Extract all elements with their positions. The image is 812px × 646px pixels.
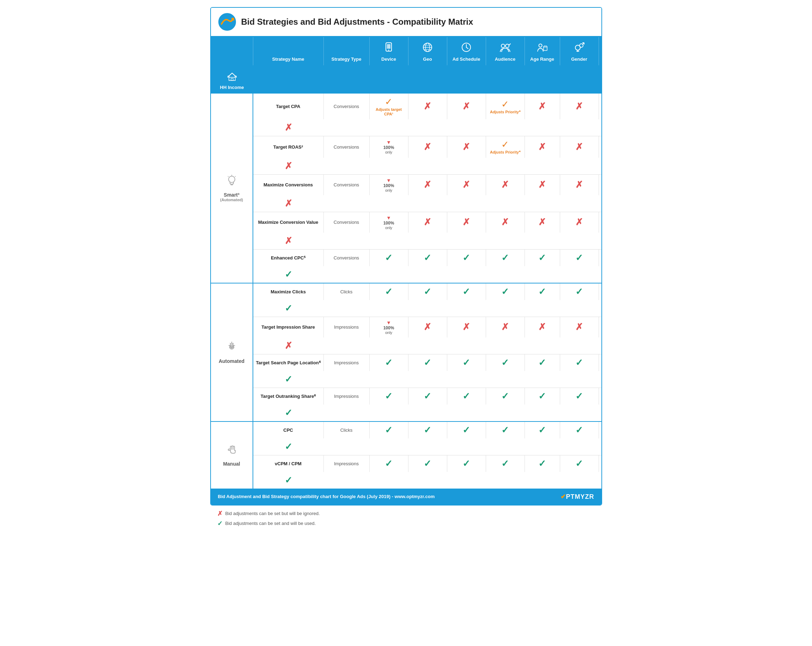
hundred-only-cell: ▼ 100% only [383, 178, 394, 192]
svg-point-15 [539, 44, 542, 47]
legend-check-icon: ✓ [217, 520, 223, 527]
cell: ✗ [560, 175, 599, 195]
cross-icon: ✗ [424, 101, 431, 112]
hundred-pct: 100% [383, 183, 394, 188]
cross-icon: ✗ [424, 142, 431, 153]
col-strategy-type: Strategy Type [324, 37, 370, 65]
strategy-type-cell: Conversions [324, 212, 370, 233]
table-row: CPC Clicks ✓✓✓✓✓✓✓ [253, 422, 601, 455]
check-icon: ✓ [538, 391, 546, 402]
check-icon: ✓ [424, 357, 431, 368]
strategy-type-cell: Impressions [324, 388, 370, 404]
check-icon: ✓ [575, 391, 583, 402]
cross-icon: ✗ [424, 217, 431, 228]
section-label: Smart³ (Automated) [211, 93, 253, 283]
age-icon [537, 43, 548, 55]
check-icon: ✓ [424, 253, 431, 263]
cell: ✗ [409, 93, 447, 119]
cell-label: Adjusts Priority⁴ [490, 150, 520, 155]
cell: ✓ [525, 422, 560, 438]
rows-container: Maximize Clicks Clicks ✓✓✓✓✓✓✓ Target Im… [253, 283, 601, 421]
section-name: Automated [219, 358, 244, 364]
cell: ✓ [370, 354, 409, 371]
hundred-only-cell: ▼ 100% only [383, 320, 394, 335]
cross-icon: ✗ [501, 217, 509, 228]
cross-icon: ✗ [538, 321, 546, 332]
cell: ✓ [409, 388, 447, 404]
strategy-name-label: Strategy Name [272, 57, 304, 62]
svg-point-31 [229, 176, 235, 182]
cell: ✗ [486, 175, 525, 195]
cell: ✗ [447, 136, 486, 158]
cell: ✗ [409, 317, 447, 337]
cell-label: Adjusts target CPA¹ [372, 107, 406, 116]
check-icon: ✓ [385, 357, 392, 368]
cell: ✗ [486, 317, 525, 337]
arrow-down-icon: ▼ [386, 320, 391, 326]
cross-icon: ✗ [538, 142, 546, 153]
section-label: Automated [211, 283, 253, 421]
cell: ✗ [525, 136, 560, 158]
cell: ✓ [370, 388, 409, 404]
cell-label: Adjusts Priority⁴ [490, 110, 520, 114]
geo-label: Geo [423, 57, 432, 62]
cell: ✓ [525, 250, 560, 266]
check-icon: ✓ [462, 425, 470, 436]
col-income: HH Income [211, 65, 253, 93]
cell: ✗ [525, 175, 560, 195]
strategy-name-cell: Target Outranking Share⁶ [253, 388, 324, 404]
cell: ✓ [525, 283, 560, 300]
cell: ✓ [409, 455, 447, 472]
cell: ✗ [253, 337, 324, 354]
cell: ✗ [447, 175, 486, 195]
cell: ✓ Adjusts Priority⁴ [486, 136, 525, 158]
check-icon: ✓ [285, 441, 292, 452]
gender-icon [574, 42, 585, 55]
check-icon: ✓ [501, 391, 509, 402]
check-icon: ✓ [538, 286, 546, 297]
svg-point-23 [580, 44, 583, 47]
cell: ✓ [560, 283, 599, 300]
cell: ▼ 100% only [370, 317, 409, 337]
check-icon: ✓ [385, 425, 392, 436]
check-icon: ✓ [575, 357, 583, 368]
cell: ▼ 100% only [370, 136, 409, 158]
cell: ✓ [447, 250, 486, 266]
device-label: Device [381, 57, 396, 62]
section-label: Manual [211, 422, 253, 488]
only-label: only [385, 150, 392, 154]
page-title: Bid Strategies and Bid Adjustments - Com… [241, 17, 473, 27]
check-icon: ✓ [538, 253, 546, 263]
check-icon: ✓ [575, 425, 583, 436]
check-icon: ✓ [285, 407, 292, 418]
cell: ✗ [447, 93, 486, 119]
rows-container: CPC Clicks ✓✓✓✓✓✓✓ vCPM / CPM Impression… [253, 422, 601, 488]
rows-container: Target CPA Conversions ✓ Adjusts target … [253, 93, 601, 283]
cell: ✓ [370, 250, 409, 266]
cell: ✗ [409, 136, 447, 158]
cell: ✓ Adjusts target CPA¹ [370, 93, 409, 119]
only-label: only [385, 331, 392, 335]
strategy-name-cell: Maximize Clicks [253, 283, 324, 300]
only-label: only [385, 225, 392, 230]
check-icon: ✓ [385, 253, 392, 263]
cell: ✓ [409, 283, 447, 300]
orange-check-icon: ✓ [385, 96, 392, 107]
check-icon: ✓ [424, 391, 431, 402]
table-row: Maximize Conversions Conversions ▼ 100% … [253, 175, 601, 212]
check-icon: ✓ [285, 374, 292, 385]
cell: ✓ [525, 455, 560, 472]
legend: ✗ Bid adjustments can be set but will be… [210, 505, 602, 532]
strategy-name-cell: Target ROAS² [253, 136, 324, 158]
cross-icon: ✗ [285, 161, 292, 171]
device-icon [383, 42, 394, 55]
table-row: Maximize Clicks Clicks ✓✓✓✓✓✓✓ [253, 283, 601, 317]
legend-cross-text: Bid adjustments can be set but will be i… [225, 511, 320, 516]
hundred-pct: 100% [383, 145, 394, 150]
cell: ✓ [560, 455, 599, 472]
check-icon: ✓ [385, 391, 392, 402]
check-icon: ✓ [462, 458, 470, 469]
cross-icon: ✗ [424, 321, 431, 332]
svg-line-35 [235, 176, 236, 177]
col-gender: Gender [560, 37, 599, 65]
